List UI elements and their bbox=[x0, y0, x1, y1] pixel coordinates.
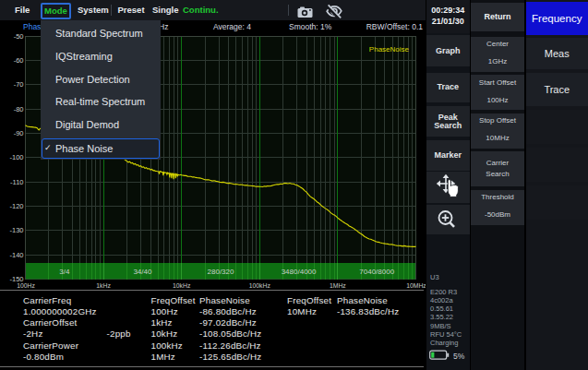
svg-text:100kHz: 100kHz bbox=[249, 282, 271, 289]
svg-text:3/4: 3/4 bbox=[59, 268, 70, 276]
svg-text:-90: -90 bbox=[14, 129, 24, 137]
svg-text:10kHz: 10kHz bbox=[173, 282, 191, 289]
svg-text:7040/8000: 7040/8000 bbox=[359, 268, 394, 276]
svg-text:-70: -70 bbox=[14, 80, 24, 89]
svg-text:-110: -110 bbox=[10, 178, 23, 186]
svg-text:34/40: 34/40 bbox=[133, 268, 152, 276]
svg-text:-140: -140 bbox=[9, 251, 23, 259]
svg-text:-120: -120 bbox=[9, 202, 23, 210]
svg-text:10MHz: 10MHz bbox=[406, 282, 426, 289]
svg-text:280/320: 280/320 bbox=[208, 268, 234, 276]
svg-text:1kHz: 1kHz bbox=[96, 282, 111, 289]
svg-text:-60: -60 bbox=[14, 56, 24, 65]
svg-text:5%: 5% bbox=[453, 351, 465, 360]
svg-text:100Hz: 100Hz bbox=[17, 282, 35, 289]
svg-text:1MHz: 1MHz bbox=[330, 282, 346, 289]
svg-text:-130: -130 bbox=[9, 226, 23, 234]
svg-text:-100: -100 bbox=[9, 153, 23, 161]
svg-text:-50: -50 bbox=[14, 32, 24, 41]
svg-text:PhaseNoise: PhaseNoise bbox=[369, 45, 410, 54]
svg-text:3480/4000: 3480/4000 bbox=[282, 268, 317, 276]
svg-text:-80: -80 bbox=[14, 105, 24, 113]
